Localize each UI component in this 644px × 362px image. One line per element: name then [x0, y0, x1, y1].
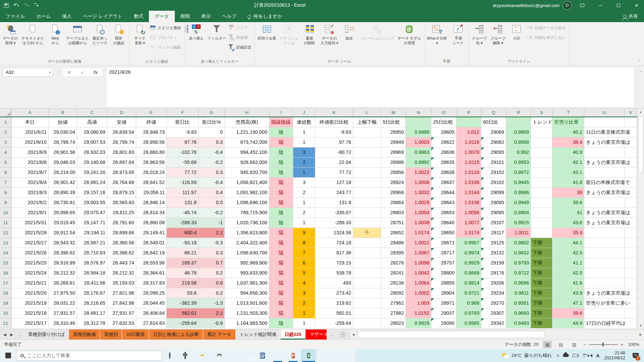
- cell-D3[interactable]: 28,799.74: [107, 137, 136, 147]
- cell-D1[interactable]: 安値: [107, 117, 136, 127]
- cell-J20[interactable]: 1: [293, 308, 315, 318]
- cell-O14[interactable]: 28717: [431, 248, 457, 258]
- cell-I5[interactable]: 陰: [269, 158, 293, 168]
- cell-L17[interactable]: [353, 278, 381, 288]
- cell-K15[interactable]: 729.15: [315, 258, 353, 268]
- cell-P2[interactable]: 1.012: [457, 127, 481, 137]
- cell-V15[interactable]: [625, 258, 637, 268]
- cell-O11[interactable]: 28640: [431, 218, 457, 228]
- cell-C14[interactable]: 28,710.83: [77, 248, 107, 258]
- cell-D17[interactable]: 28,193.03: [107, 278, 136, 288]
- cell-G6[interactable]: 0.3: [199, 168, 225, 178]
- cell-J5[interactable]: 2: [293, 158, 315, 168]
- cell-A5[interactable]: 2021/6/8: [11, 158, 49, 168]
- cell-R19[interactable]: 0.9581: [506, 298, 531, 308]
- cell-K4[interactable]: -80.72: [315, 147, 353, 158]
- clock[interactable]: 21:48 2021/06/12: [604, 351, 625, 361]
- cell-T13[interactable]: 44.1: [552, 238, 584, 248]
- cell-K12[interactable]: 1324.58: [315, 228, 353, 238]
- cell-U13[interactable]: [584, 238, 625, 248]
- cell-C15[interactable]: 28,576.97: [77, 258, 107, 268]
- cell-A1[interactable]: 本日: [11, 117, 49, 127]
- cell-R15[interactable]: 0.9793: [506, 258, 531, 268]
- cell-D19[interactable]: 27,842.98: [107, 298, 136, 308]
- ribbon-tab-数式[interactable]: 数式: [128, 11, 149, 22]
- cell-M7[interactable]: 28924: [381, 178, 406, 188]
- row-header-13[interactable]: 13: [0, 238, 11, 248]
- sheet-more-right[interactable]: …: [327, 329, 337, 340]
- ribbon-tab-データ[interactable]: データ: [149, 11, 175, 22]
- cell-D15[interactable]: 28,443.74: [107, 258, 136, 268]
- cell-F2[interactable]: -9.83: [167, 127, 199, 137]
- cell-P6[interactable]: 1.0133: [457, 168, 481, 178]
- column-header-E[interactable]: E: [136, 109, 167, 117]
- cell-L19[interactable]: [353, 298, 381, 308]
- cell-E19[interactable]: 28,044.45: [136, 298, 167, 308]
- cell-R12[interactable]: 1.0011: [506, 228, 531, 238]
- cell-R2[interactable]: 0.9959: [506, 127, 531, 137]
- cell-H9[interactable]: 1,096,696,100: [225, 198, 269, 208]
- hide-detail-button[interactable]: −≣詳細を表示しない: [526, 34, 568, 41]
- weather-widget[interactable]: 24°C 曇りのち晴れ: [502, 352, 552, 359]
- cell-K9[interactable]: 131.8: [315, 198, 353, 208]
- cell-I17[interactable]: 陽: [269, 278, 293, 288]
- wifi-icon[interactable]: [582, 354, 586, 357]
- cell-I7[interactable]: 陽: [269, 178, 293, 188]
- row-header-8[interactable]: 8: [0, 188, 11, 198]
- share-button[interactable]: 共有: [617, 11, 644, 22]
- cell-U3[interactable]: きょうの東京市場は: [584, 137, 637, 147]
- cell-P4[interactable]: 1.0078: [457, 147, 481, 158]
- taskbar-app-edge[interactable]: [270, 349, 285, 362]
- cell-A11[interactable]: 2021/5/31: [11, 218, 49, 228]
- cell-E11[interactable]: 28,860.08: [136, 218, 167, 228]
- cell-B18[interactable]: 27,875.50: [49, 288, 77, 298]
- cell-V17[interactable]: [625, 278, 637, 288]
- select-all-corner[interactable]: [0, 109, 11, 117]
- group-button[interactable]: →グループ 化 ▾: [470, 23, 489, 55]
- cell-O12[interactable]: 28650: [431, 228, 457, 238]
- cell-Q14[interactable]: 29132: [481, 248, 506, 258]
- cell-Q10[interactable]: 29095: [481, 208, 506, 218]
- cell-J6[interactable]: 1: [293, 168, 315, 178]
- scroll-up-icon[interactable]: ▲: [637, 109, 644, 115]
- cell-H21[interactable]: 1,164,983,500: [225, 318, 269, 328]
- cell-O7[interactable]: 28637: [431, 178, 457, 188]
- cell-E8[interactable]: 29,058.11: [136, 188, 167, 198]
- cell-C1[interactable]: 高値: [77, 117, 107, 127]
- new-sheet-button[interactable]: +: [337, 329, 348, 340]
- cell-Q13[interactable]: 29125: [481, 238, 506, 248]
- cell-I4[interactable]: 陰: [269, 147, 293, 158]
- cell-T8[interactable]: 39: [552, 188, 584, 198]
- cell-O1[interactable]: 25日比較: [431, 117, 457, 127]
- cell-B13[interactable]: 28,543.32: [49, 238, 77, 248]
- column-header-B[interactable]: B: [49, 109, 77, 117]
- cell-R11[interactable]: 0.9915: [506, 218, 531, 228]
- row-header-18[interactable]: 18: [0, 288, 11, 298]
- cell-R16[interactable]: 0.9722: [506, 268, 531, 278]
- cell-T11[interactable]: 43.6: [552, 218, 584, 228]
- cell-A17[interactable]: 2021/5/21: [11, 278, 49, 288]
- ribbon-tab-ファイル[interactable]: ファイル: [0, 11, 31, 22]
- cell-P12[interactable]: 1.0174: [457, 228, 481, 238]
- cell-M17[interactable]: 28138: [381, 278, 406, 288]
- cell-M16[interactable]: 28241: [381, 268, 406, 278]
- cell-T15[interactable]: 41.1: [552, 258, 584, 268]
- cell-N11[interactable]: 1.0038: [406, 218, 431, 228]
- cell-M10[interactable]: 28803: [381, 208, 406, 218]
- cell-F21[interactable]: -259.64: [167, 318, 199, 328]
- cell-T1[interactable]: 空売り比率: [552, 117, 584, 127]
- cell-D6[interactable]: 28,973.05: [107, 168, 136, 178]
- column-header-G[interactable]: G: [199, 109, 225, 117]
- taskbar-app-excel[interactable]: X: [301, 349, 316, 362]
- cell-G7[interactable]: -0.4: [199, 178, 225, 188]
- sheet-tab-20日騰落[interactable]: 20日騰落: [122, 329, 149, 340]
- cell-U1[interactable]: [584, 117, 625, 127]
- cell-O9[interactable]: 28643: [431, 198, 457, 208]
- cell-R5[interactable]: 0.9953: [506, 158, 531, 168]
- cell-G9[interactable]: 0.5: [199, 198, 225, 208]
- cell-I6[interactable]: 陰: [269, 168, 293, 178]
- cell-R3[interactable]: 0.9958: [506, 137, 531, 147]
- cell-G11[interactable]: -1: [199, 218, 225, 228]
- speaker-icon[interactable]: [590, 354, 592, 357]
- cell-O13[interactable]: 28671: [431, 238, 457, 248]
